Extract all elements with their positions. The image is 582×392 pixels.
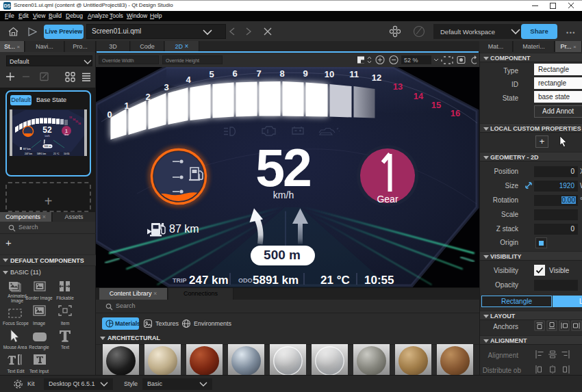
svg-text:ODO: ODO bbox=[238, 277, 253, 284]
svg-text:10:55: 10:55 bbox=[64, 153, 70, 155]
svg-text:5891 km: 5891 km bbox=[37, 153, 46, 155]
svg-text:16: 16 bbox=[78, 122, 81, 125]
svg-text:247 km: 247 km bbox=[189, 274, 229, 287]
svg-text:87 km: 87 km bbox=[23, 147, 31, 151]
svg-text:52 %: 52 % bbox=[404, 57, 418, 64]
svg-text:13: 13 bbox=[69, 116, 72, 119]
svg-text:11: 11 bbox=[349, 69, 359, 79]
svg-text:9: 9 bbox=[303, 68, 307, 79]
svg-text:1: 1 bbox=[124, 101, 129, 111]
svg-text:21 °C: 21 °C bbox=[53, 153, 60, 155]
svg-text:10: 10 bbox=[325, 69, 334, 79]
svg-text:6: 6 bbox=[232, 68, 237, 79]
svg-text:TRIP: TRIP bbox=[173, 277, 187, 284]
svg-text:5: 5 bbox=[209, 69, 214, 79]
svg-text:500 m: 500 m bbox=[44, 145, 51, 148]
svg-text:14: 14 bbox=[414, 91, 424, 101]
svg-text:0: 0 bbox=[107, 109, 112, 120]
svg-text:Gear: Gear bbox=[64, 133, 69, 136]
svg-text:21 °C: 21 °C bbox=[320, 274, 350, 287]
svg-text:500 m: 500 m bbox=[264, 248, 301, 262]
svg-text:10:55: 10:55 bbox=[364, 274, 394, 287]
svg-text:7: 7 bbox=[256, 68, 261, 79]
svg-text:12: 12 bbox=[372, 73, 381, 83]
svg-text:87 km: 87 km bbox=[169, 223, 199, 235]
svg-text:km/h: km/h bbox=[45, 135, 50, 138]
svg-text:247 km: 247 km bbox=[25, 153, 32, 155]
svg-text:3: 3 bbox=[164, 82, 168, 92]
svg-text:52: 52 bbox=[42, 125, 52, 135]
svg-text:8: 8 bbox=[279, 68, 284, 79]
svg-text:km/h: km/h bbox=[273, 190, 294, 200]
svg-text:15: 15 bbox=[431, 100, 441, 110]
svg-text:4: 4 bbox=[186, 75, 191, 85]
svg-text:2: 2 bbox=[145, 92, 150, 102]
svg-text:16: 16 bbox=[451, 108, 460, 118]
svg-text:5891 km: 5891 km bbox=[253, 274, 299, 287]
svg-text:13: 13 bbox=[393, 81, 403, 92]
svg-text:Gear: Gear bbox=[377, 194, 398, 205]
svg-text:52: 52 bbox=[255, 138, 310, 197]
